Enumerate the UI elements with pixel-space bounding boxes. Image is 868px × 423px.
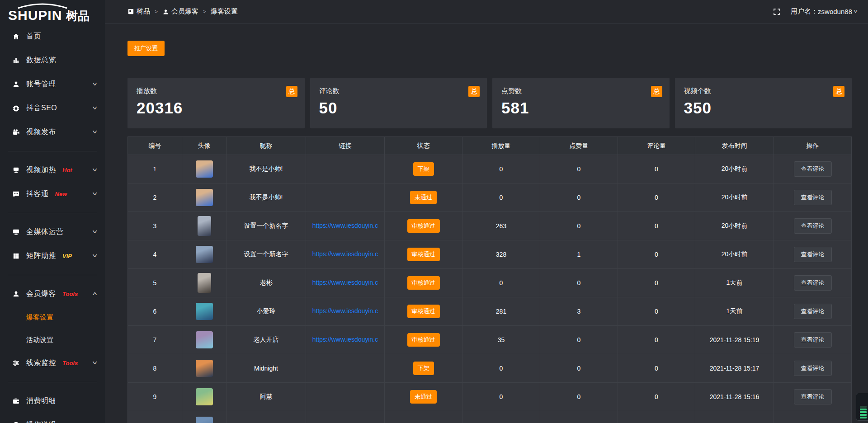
brand-logo-art: SHUPIN 树品 — [8, 3, 97, 22]
cell-likes: 0 — [540, 383, 618, 411]
corner-widget[interactable] — [856, 393, 868, 421]
avatar — [196, 417, 213, 423]
cell-time: 2021-11-28 15:17 — [695, 354, 774, 383]
matrix-icon — [12, 252, 20, 260]
chevron-down-icon: ˅ — [93, 229, 98, 235]
cell-id: 4 — [128, 240, 182, 269]
sidebar-item-会员爆客[interactable]: 会员爆客Tools˄ — [0, 282, 105, 306]
user-menu[interactable]: 用户名：zswodun88 ˅ — [791, 7, 857, 16]
user-icon — [12, 80, 20, 89]
gear-icon — [12, 104, 20, 113]
view-comments-button[interactable]: 查看评论 — [794, 275, 832, 291]
monitor-icon — [12, 228, 20, 236]
cell-avatar — [182, 297, 226, 326]
sidebar-item-线索监控[interactable]: 线索监控Tools˅ — [0, 351, 105, 375]
avatar — [196, 303, 213, 320]
view-comments-button[interactable]: 查看评论 — [794, 218, 832, 234]
cell-status: 审核通过 — [385, 269, 462, 297]
status-badge[interactable]: 未通过 — [410, 390, 437, 404]
sidebar-item-label: 线索监控 — [26, 358, 56, 368]
table-row: 6小爱玲https://www.iesdouyin.c审核通过281301天前查… — [128, 297, 852, 326]
status-badge[interactable]: 下架 — [413, 162, 434, 176]
widget-bar — [860, 406, 867, 408]
view-comments-button[interactable]: 查看评论 — [794, 247, 832, 262]
sidebar-item-消费明细[interactable]: 消费明细 — [0, 389, 105, 413]
view-comments-button[interactable]: 查看评论 — [794, 361, 832, 376]
cell-plays: 0 — [462, 155, 540, 183]
stat-label: 评论数 — [319, 87, 479, 95]
video-link[interactable]: https://www.iesdouyin.c — [312, 222, 378, 229]
app-root: SHUPIN 树品 首页数据总览账号管理˅抖音SEO˅视频发布˅视频加热Hot˅… — [0, 0, 868, 423]
column-header-发布时间: 发布时间 — [695, 137, 774, 155]
column-header-点赞量: 点赞量 — [540, 137, 618, 155]
view-comments-button[interactable]: 查看评论 — [794, 304, 832, 319]
video-link[interactable]: https://www.iesdouyin.c — [312, 336, 378, 343]
cell-likes: 0 — [540, 269, 618, 297]
video-link[interactable]: https://www.iesdouyin.c — [312, 250, 378, 258]
cell-link: https://www.iesdouyin.c — [306, 212, 385, 240]
cell-likes: 0 — [540, 212, 618, 240]
status-badge[interactable]: 审核通过 — [407, 276, 440, 290]
sidebar-item-首页[interactable]: 首页 — [0, 24, 105, 48]
column-header-评论量: 评论量 — [618, 137, 695, 155]
content: 推广设置 播放数20316总评论数50总点赞数581总视频个数350总 编号头像… — [105, 24, 868, 423]
view-comments-button[interactable]: 查看评论 — [794, 332, 832, 348]
stat-cards: 播放数20316总评论数50总点赞数581总视频个数350总 — [127, 78, 852, 128]
video-link[interactable]: https://www.iesdouyin.c — [312, 307, 378, 315]
cell-status — [385, 411, 462, 423]
sidebar-item-label: 操作说明 — [26, 420, 56, 423]
sidebar-item-抖客通[interactable]: 抖客通New˅ — [0, 182, 105, 206]
breadcrumb: 树品>会员爆客>爆客设置 — [127, 7, 238, 16]
cell-time: 2021-11-28 15:16 — [695, 383, 774, 411]
cell-id: 3 — [128, 212, 182, 240]
fullscreen-icon[interactable] — [773, 8, 781, 16]
wallet-icon — [12, 397, 20, 405]
sidebar-subitem-爆客设置[interactable]: 爆客设置 — [0, 306, 105, 329]
view-comments-button[interactable]: 查看评论 — [794, 389, 832, 404]
sidebar-subitem-活动设置[interactable]: 活动设置 — [0, 329, 105, 351]
breadcrumb-item-2[interactable]: 会员爆客 — [162, 7, 198, 16]
breadcrumb-separator: > — [155, 9, 158, 15]
sidebar-item-label: 抖客通 — [26, 189, 49, 199]
sidebar-item-操作说明[interactable]: ?操作说明 — [0, 413, 105, 423]
sidebar-item-抖音SEO[interactable]: 抖音SEO˅ — [0, 96, 105, 120]
topbar-right: 用户名：zswodun88 ˅ — [773, 7, 857, 16]
video-link[interactable]: https://www.iesdouyin.c — [312, 279, 378, 286]
sidebar-divider — [8, 213, 97, 213]
cell-status: 未通过 — [385, 183, 462, 212]
view-comments-button[interactable]: 查看评论 — [794, 190, 832, 205]
widget-bar — [860, 417, 867, 418]
sidebar-item-数据总览[interactable]: 数据总览 — [0, 48, 105, 72]
view-comments-button[interactable]: 查看评论 — [794, 161, 832, 177]
stat-card-评论数: 评论数50总 — [310, 78, 487, 128]
cell-avatar — [182, 269, 226, 297]
status-badge[interactable]: 下架 — [413, 362, 434, 375]
cell-comments: 0 — [618, 240, 695, 269]
home-icon — [12, 33, 20, 41]
sidebar-badge-Hot: Hot — [62, 167, 72, 174]
column-header-操作: 操作 — [774, 137, 852, 155]
sidebar-item-视频加热[interactable]: 视频加热Hot˅ — [0, 158, 105, 182]
stat-card-播放数: 播放数20316总 — [127, 78, 305, 128]
breadcrumb-item-3: 爆客设置 — [211, 7, 238, 16]
sidebar-item-label: 全媒体运营 — [26, 227, 64, 237]
promo-settings-button[interactable]: 推广设置 — [127, 41, 165, 56]
sidebar-item-账号管理[interactable]: 账号管理˅ — [0, 72, 105, 96]
status-badge[interactable]: 审核通过 — [407, 248, 440, 261]
breadcrumb-item-1[interactable]: 树品 — [127, 7, 150, 16]
cell-nick — [226, 411, 306, 423]
status-badge[interactable]: 审核通过 — [407, 333, 440, 347]
cell-likes: 3 — [540, 297, 618, 326]
sidebar-item-矩阵助推[interactable]: 矩阵助推VIP˅ — [0, 244, 105, 268]
status-badge[interactable]: 审核通过 — [407, 305, 440, 318]
status-badge[interactable]: 未通过 — [410, 191, 437, 204]
breadcrumb-label: 会员爆客 — [171, 7, 198, 16]
cell-time — [695, 411, 774, 423]
status-badge[interactable]: 审核通过 — [407, 219, 440, 233]
sidebar-item-视频发布[interactable]: 视频发布˅ — [0, 120, 105, 144]
table-row: 3设置一个新名字https://www.iesdouyin.c审核通过26300… — [128, 212, 852, 240]
chevron-down-icon: ˅ — [854, 9, 858, 15]
sidebar-item-全媒体运营[interactable]: 全媒体运营˅ — [0, 220, 105, 244]
username-value: zswodun88 — [818, 8, 852, 15]
cell-id: 8 — [128, 354, 182, 383]
